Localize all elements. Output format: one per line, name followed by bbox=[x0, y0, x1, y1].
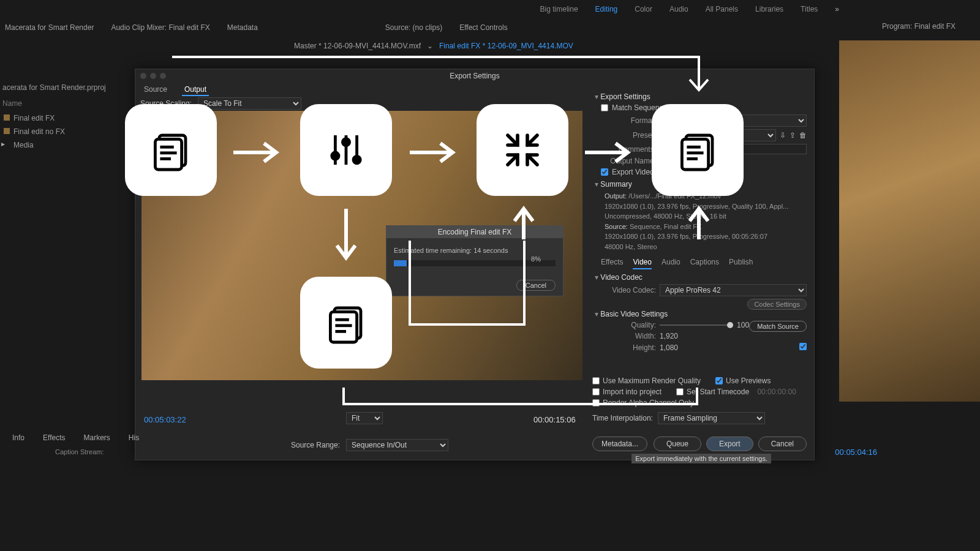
section-export-settings[interactable]: Export Settings bbox=[595, 92, 807, 101]
workspace-item[interactable]: Big timeline bbox=[540, 5, 578, 17]
clip-link[interactable]: Final edit FX * 12-06-09_MVI_4414.MOV bbox=[439, 42, 573, 50]
caption-stream-label: Caption Stream: bbox=[55, 448, 104, 455]
progress-percent: 8% bbox=[531, 255, 541, 263]
tab-captions[interactable]: Captions bbox=[690, 258, 719, 269]
timeline-timecode[interactable]: 00:05:04:16 bbox=[835, 448, 877, 457]
quality-label: Quality: bbox=[601, 321, 656, 329]
tab-history[interactable]: His bbox=[129, 433, 139, 442]
delete-preset-icon[interactable]: 🗑 bbox=[799, 131, 807, 140]
workspace-item[interactable]: Libraries bbox=[755, 5, 783, 17]
tab-source[interactable]: Source bbox=[141, 84, 170, 96]
connector-line bbox=[408, 239, 530, 332]
folder-item[interactable]: Media bbox=[0, 138, 123, 152]
match-source-button[interactable]: Match Source bbox=[749, 321, 807, 332]
use-previews-checkbox[interactable] bbox=[715, 377, 723, 384]
summary-output-label: Output: bbox=[605, 192, 627, 200]
master-label: Master * 12-06-09-MVI_4414.MOV.mxf bbox=[294, 42, 421, 50]
tab-audio[interactable]: Audio bbox=[662, 258, 680, 269]
source-scaling-select[interactable]: Scale To Fit bbox=[198, 97, 301, 110]
source-range-label: Source Range: bbox=[291, 441, 340, 449]
export-tooltip: Export immediately with the current sett… bbox=[631, 454, 771, 463]
connector-line bbox=[170, 55, 709, 94]
source-range-select[interactable]: Sequence In/Out bbox=[346, 439, 448, 451]
sequence-item[interactable]: Final edit no FX bbox=[0, 125, 123, 138]
tab-effects[interactable]: Effects bbox=[43, 433, 65, 442]
match-sequence-checkbox[interactable] bbox=[601, 104, 608, 111]
panel-tab[interactable]: Metadata bbox=[225, 22, 260, 36]
save-preset-icon[interactable]: ⇩ bbox=[780, 131, 786, 140]
workspace-item[interactable]: Color bbox=[635, 5, 652, 17]
summary-source-label: Source: bbox=[605, 223, 628, 230]
panel-tab[interactable]: Audio Clip Mixer: Final edit FX bbox=[108, 22, 212, 36]
info-panel-tabs: Info Effects Markers His bbox=[12, 433, 139, 442]
workspace-item[interactable]: Audio bbox=[669, 5, 688, 17]
svg-point-8 bbox=[332, 152, 339, 159]
arrow-up-icon bbox=[684, 206, 714, 244]
section-basic-video[interactable]: Basic Video Settings bbox=[595, 310, 807, 318]
panel-tab[interactable]: Effect Controls bbox=[457, 22, 510, 36]
quality-slider[interactable] bbox=[660, 324, 733, 326]
arrow-right-icon bbox=[582, 137, 637, 170]
height-value[interactable]: 1,080 bbox=[660, 343, 678, 352]
codec-settings-button[interactable]: Codec Settings bbox=[747, 299, 807, 310]
set-start-tc-value: 00:00:00:00 bbox=[757, 388, 796, 396]
quality-value: 100 bbox=[737, 321, 749, 329]
program-monitor-preview bbox=[839, 40, 980, 402]
workspace-bar: Big timeline Editing Color Audio All Pan… bbox=[0, 5, 980, 17]
use-previews-label: Use Previews bbox=[726, 377, 771, 385]
import-preset-icon[interactable]: ⇪ bbox=[790, 131, 796, 140]
video-codec-label: Video Codec: bbox=[601, 286, 656, 294]
svg-rect-17 bbox=[330, 312, 356, 342]
tab-effects[interactable]: Effects bbox=[601, 258, 623, 269]
width-label: Width: bbox=[601, 332, 656, 340]
arrow-right-icon bbox=[407, 137, 462, 170]
more-workspaces-icon[interactable]: » bbox=[835, 5, 839, 17]
workspace-item-active[interactable]: Editing bbox=[595, 5, 618, 17]
program-tab[interactable]: Program: Final edit FX bbox=[882, 22, 956, 36]
use-max-quality-checkbox[interactable] bbox=[592, 377, 600, 384]
tab-publish[interactable]: Publish bbox=[729, 258, 753, 269]
timecode-in[interactable]: 00:05:03:22 bbox=[144, 415, 186, 424]
svg-point-10 bbox=[353, 156, 360, 163]
chevron-down-icon[interactable]: ⌄ bbox=[427, 42, 433, 50]
sliders-icon bbox=[300, 104, 392, 196]
project-name: acerata for Smart Render.prproj bbox=[0, 80, 123, 96]
height-label: Height: bbox=[601, 343, 656, 352]
tab-info[interactable]: Info bbox=[12, 433, 24, 442]
connector-line bbox=[342, 386, 709, 424]
document-icon bbox=[125, 104, 217, 196]
sequence-item[interactable]: Final edit FX bbox=[0, 111, 123, 125]
project-panel: acerata for Smart Render.prproj Name Fin… bbox=[0, 80, 123, 152]
use-max-label: Use Maximum Render Quality bbox=[603, 377, 701, 385]
queue-button[interactable]: Queue bbox=[654, 437, 701, 451]
compress-icon bbox=[477, 104, 568, 196]
panel-tab[interactable]: Source: (no clips) bbox=[383, 22, 445, 36]
workspace-item[interactable]: All Panels bbox=[706, 5, 738, 17]
video-codec-select[interactable]: Apple ProRes 42 bbox=[660, 284, 807, 296]
tab-markers[interactable]: Markers bbox=[83, 433, 110, 442]
svg-point-9 bbox=[342, 139, 349, 146]
arrow-down-icon bbox=[331, 206, 361, 269]
format-label: Format: bbox=[601, 116, 656, 125]
document-icon bbox=[300, 277, 392, 369]
document-icon bbox=[652, 104, 744, 196]
arrow-right-icon bbox=[230, 137, 285, 170]
cancel-button[interactable]: Cancel bbox=[758, 437, 807, 451]
column-header[interactable]: Name bbox=[0, 96, 123, 111]
panel-tab[interactable]: Macerata for Smart Render bbox=[2, 22, 96, 36]
tab-video[interactable]: Video bbox=[633, 258, 651, 269]
export-button[interactable]: Export bbox=[706, 437, 753, 451]
link-dimensions-checkbox[interactable] bbox=[799, 343, 807, 350]
metadata-button[interactable]: Metadata... bbox=[592, 437, 647, 451]
section-video-codec[interactable]: Video Codec bbox=[595, 273, 807, 282]
width-value[interactable]: 1,920 bbox=[660, 332, 678, 340]
panel-tabs: Macerata for Smart Render Audio Clip Mix… bbox=[0, 22, 980, 36]
workspace-item[interactable]: Titles bbox=[801, 5, 818, 17]
master-clip-row: Master * 12-06-09-MVI_4414.MOV.mxf ⌄ Fin… bbox=[294, 42, 573, 50]
